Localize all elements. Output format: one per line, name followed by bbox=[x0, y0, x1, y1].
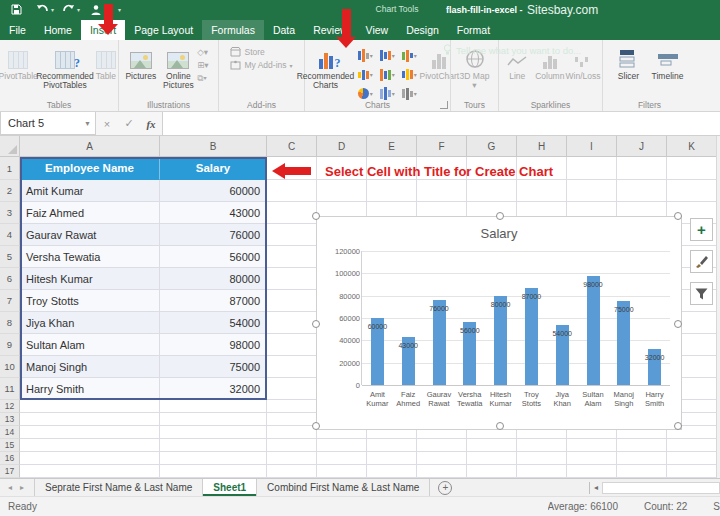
cell-C11[interactable] bbox=[267, 378, 317, 400]
line-chart-icon[interactable]: ▾ bbox=[376, 65, 398, 84]
cell-E17[interactable] bbox=[367, 465, 417, 478]
cell-E15[interactable] bbox=[367, 439, 417, 452]
cell-C14[interactable] bbox=[267, 426, 317, 439]
smartart-icon[interactable]: ⊞▾ bbox=[197, 60, 215, 70]
cell-B5[interactable]: 56000 bbox=[160, 246, 267, 268]
cell-B10[interactable]: 75000 bbox=[160, 356, 267, 378]
row-number-7[interactable]: 7 bbox=[0, 290, 20, 312]
hscroll-left-icon[interactable]: ◂ bbox=[594, 483, 598, 492]
cell-A7[interactable]: Troy Stotts bbox=[20, 290, 160, 312]
bar-hitesh-kumar[interactable] bbox=[494, 296, 507, 385]
cell-E2[interactable] bbox=[367, 180, 417, 202]
cell-E16[interactable] bbox=[367, 452, 417, 465]
cell-C12[interactable] bbox=[267, 400, 317, 413]
row-number-6[interactable]: 6 bbox=[0, 268, 20, 290]
scatter-chart-icon[interactable]: ▾ bbox=[354, 65, 376, 84]
cell-K16[interactable] bbox=[667, 452, 717, 465]
pivottable-button[interactable]: PivotTable bbox=[0, 43, 36, 81]
chart-elements-button[interactable]: + bbox=[690, 218, 713, 241]
screenshot-icon[interactable]: ⧉▾ bbox=[197, 73, 215, 84]
column-header-I[interactable]: I bbox=[567, 136, 617, 157]
chart-selection-handle[interactable] bbox=[674, 212, 682, 220]
chart-selection-handle[interactable] bbox=[312, 212, 320, 220]
column-header-G[interactable]: G bbox=[467, 136, 517, 157]
cell-J16[interactable] bbox=[617, 452, 667, 465]
table-button[interactable]: Table bbox=[94, 43, 118, 81]
cell-A9[interactable]: Sultan Alam bbox=[20, 334, 160, 356]
cell-A16[interactable] bbox=[20, 452, 160, 465]
row-number-8[interactable]: 8 bbox=[0, 312, 20, 334]
cell-K2[interactable] bbox=[667, 180, 717, 202]
column-header-A[interactable]: A bbox=[20, 136, 160, 157]
chart-selection-handle[interactable] bbox=[674, 422, 682, 430]
online-pictures-button[interactable]: Online Pictures bbox=[160, 43, 198, 90]
cell-F17[interactable] bbox=[417, 465, 467, 478]
cell-D2[interactable] bbox=[317, 180, 367, 202]
cell-C4[interactable] bbox=[267, 224, 317, 246]
cell-J15[interactable] bbox=[617, 439, 667, 452]
cell-A15[interactable] bbox=[20, 439, 160, 452]
cell-A14[interactable] bbox=[20, 426, 160, 439]
cell-H2[interactable] bbox=[517, 180, 567, 202]
undo-icon[interactable] bbox=[34, 2, 50, 17]
slicer-button[interactable]: Slicer bbox=[611, 43, 647, 81]
chart-styles-button[interactable] bbox=[690, 250, 713, 273]
cell-G16[interactable] bbox=[467, 452, 517, 465]
cell-I15[interactable] bbox=[567, 439, 617, 452]
cell-D16[interactable] bbox=[317, 452, 367, 465]
cell-C2[interactable] bbox=[267, 180, 317, 202]
cell-B2[interactable]: 60000 bbox=[160, 180, 267, 202]
chart-selection-handle[interactable] bbox=[312, 320, 320, 328]
bar-troy-stotts[interactable] bbox=[525, 288, 538, 385]
charts-dialog-launcher-icon[interactable] bbox=[440, 101, 448, 109]
tab-design[interactable]: Design bbox=[397, 20, 448, 40]
cell-C5[interactable] bbox=[267, 246, 317, 268]
cell-A13[interactable] bbox=[20, 413, 160, 426]
save-icon[interactable] bbox=[8, 2, 24, 17]
bar-sultan-alam[interactable] bbox=[587, 276, 600, 385]
chart-selection-handle[interactable] bbox=[312, 422, 320, 430]
cell-A17[interactable] bbox=[20, 465, 160, 478]
column-header-H[interactable]: H bbox=[517, 136, 567, 157]
tab-file[interactable]: File bbox=[0, 20, 35, 40]
cell-C7[interactable] bbox=[267, 290, 317, 312]
tab-format[interactable]: Format bbox=[448, 20, 499, 40]
cell-D17[interactable] bbox=[317, 465, 367, 478]
cell-B17[interactable] bbox=[160, 465, 267, 478]
pictures-button[interactable]: Pictures bbox=[122, 43, 160, 81]
cell-I2[interactable] bbox=[567, 180, 617, 202]
sheet-nav-right-icon[interactable]: ▸ bbox=[20, 483, 24, 492]
cell-B12[interactable] bbox=[160, 400, 267, 413]
cell-H15[interactable] bbox=[517, 439, 567, 452]
recommended-charts-button[interactable]: ? Recommended Charts bbox=[297, 43, 355, 90]
select-all-corner[interactable] bbox=[0, 136, 20, 157]
name-box[interactable]: Chart 5 ▼ bbox=[0, 112, 96, 135]
cell-H16[interactable] bbox=[517, 452, 567, 465]
column-header-C[interactable]: C bbox=[267, 136, 317, 157]
row-number-13[interactable]: 13 bbox=[0, 413, 20, 426]
row-number-3[interactable]: 3 bbox=[0, 202, 20, 224]
row-number-9[interactable]: 9 bbox=[0, 334, 20, 356]
cell-D15[interactable] bbox=[317, 439, 367, 452]
chart-filters-button[interactable] bbox=[690, 282, 713, 305]
timeline-button[interactable]: Timeline bbox=[647, 43, 689, 81]
cell-A11[interactable]: Harry Smith bbox=[20, 378, 160, 400]
cell-C10[interactable] bbox=[267, 356, 317, 378]
sheet-tab-combind-first-name-last-name[interactable]: Combind First Name & Last Name bbox=[257, 479, 430, 496]
sheet-tab-sheet1[interactable]: Sheet1 bbox=[203, 479, 257, 496]
cell-B3[interactable]: 43000 bbox=[160, 202, 267, 224]
row-number-17[interactable]: 17 bbox=[0, 465, 20, 478]
cell-C8[interactable] bbox=[267, 312, 317, 334]
hscroll-thumb[interactable] bbox=[602, 482, 720, 494]
cell-J1[interactable] bbox=[617, 157, 667, 180]
tab-formulas[interactable]: Formulas bbox=[202, 20, 264, 40]
column-header-J[interactable]: J bbox=[617, 136, 667, 157]
hierarchy-chart-icon[interactable]: ▾ bbox=[376, 46, 398, 65]
column-header-E[interactable]: E bbox=[367, 136, 417, 157]
cell-J2[interactable] bbox=[617, 180, 667, 202]
cell-A8[interactable]: Jiya Khan bbox=[20, 312, 160, 334]
cell-B4[interactable]: 76000 bbox=[160, 224, 267, 246]
cell-C9[interactable] bbox=[267, 334, 317, 356]
insert-function-button[interactable]: fx bbox=[140, 112, 162, 135]
waterfall-chart-icon[interactable]: ▾ bbox=[398, 46, 420, 65]
